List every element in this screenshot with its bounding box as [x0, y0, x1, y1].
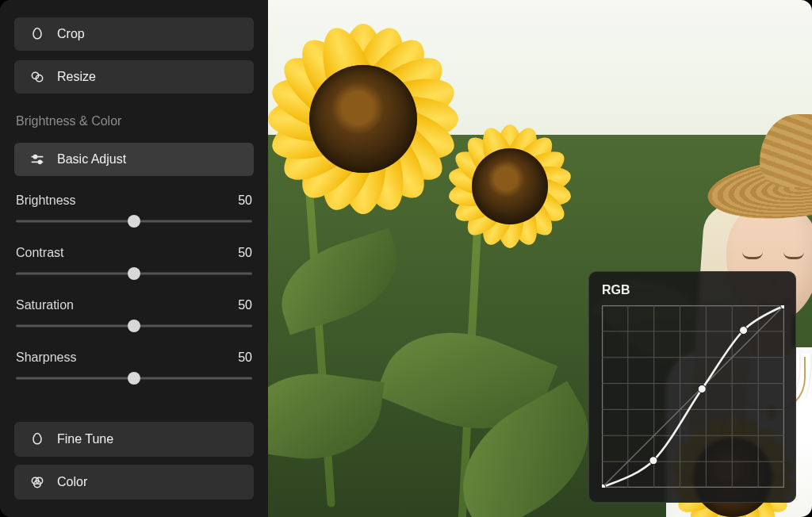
sliders-icon — [29, 151, 46, 168]
svg-point-24 — [649, 457, 657, 465]
section-brightness-color: Brightness & Color — [16, 114, 254, 128]
resize-icon — [29, 68, 46, 86]
sharpness-slider: Sharpness 50 — [14, 346, 254, 395]
color-icon — [29, 473, 46, 491]
basic-adjust-tool[interactable]: Basic Adjust — [14, 143, 254, 176]
saturation-value: 50 — [238, 298, 252, 312]
crop-label: Crop — [57, 27, 85, 41]
rgb-curve-chart[interactable] — [602, 305, 784, 488]
resize-tool[interactable]: Resize — [14, 60, 254, 94]
resize-label: Resize — [57, 70, 96, 84]
saturation-thumb[interactable] — [128, 320, 140, 332]
saturation-label: Saturation — [16, 298, 74, 312]
image-canvas[interactable]: RGB — [268, 0, 812, 517]
rgb-curve-panel[interactable]: RGB — [588, 271, 796, 503]
brightness-value: 50 — [238, 193, 252, 208]
sharpness-track[interactable] — [16, 373, 252, 384]
svg-point-5 — [38, 160, 41, 163]
droplet-icon — [29, 431, 46, 448]
sharpness-label: Sharpness — [16, 350, 77, 365]
rgb-title: RGB — [602, 283, 783, 297]
color-tool[interactable]: Color — [14, 465, 254, 500]
photo-editor-app: Crop Resize Brightness & Color Basic Adj… — [0, 0, 812, 517]
brightness-slider: Brightness 50 — [14, 189, 254, 238]
fine-tune-tool[interactable]: Fine Tune — [14, 422, 254, 457]
svg-point-25 — [698, 385, 706, 393]
saturation-slider: Saturation 50 — [14, 293, 254, 343]
fine-tune-label: Fine Tune — [57, 432, 113, 446]
sliders-group: Brightness 50 Contrast 50 — [14, 189, 254, 395]
brightness-track[interactable] — [16, 216, 252, 227]
contrast-value: 50 — [238, 246, 252, 260]
sharpness-thumb[interactable] — [128, 372, 140, 385]
color-label: Color — [57, 475, 87, 489]
contrast-thumb[interactable] — [128, 267, 140, 280]
brightness-thumb[interactable] — [128, 215, 140, 228]
contrast-label: Contrast — [16, 246, 63, 260]
svg-line-22 — [602, 305, 784, 488]
brightness-label: Brightness — [16, 193, 76, 208]
crop-tool[interactable]: Crop — [14, 17, 254, 51]
contrast-track[interactable] — [16, 268, 252, 279]
svg-point-26 — [740, 327, 748, 335]
saturation-track[interactable] — [16, 320, 252, 331]
basic-adjust-label: Basic Adjust — [57, 152, 126, 167]
crop-icon — [29, 25, 46, 43]
sharpness-value: 50 — [238, 350, 252, 365]
contrast-slider: Contrast 50 — [14, 241, 254, 290]
svg-point-3 — [34, 155, 37, 159]
edit-sidebar: Crop Resize Brightness & Color Basic Adj… — [0, 0, 268, 517]
